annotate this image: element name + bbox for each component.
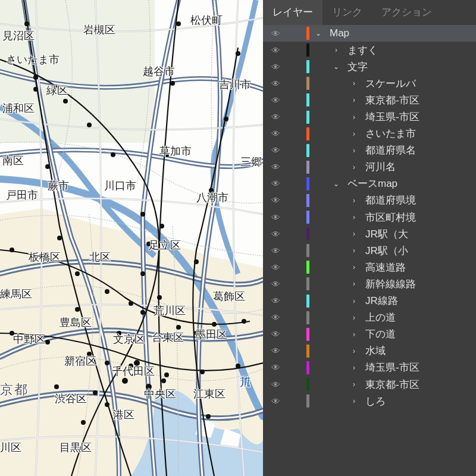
layer-row[interactable]: 👁⌄Map [263,25,476,42]
chevron-right-icon[interactable]: › [331,46,342,54]
layer-row[interactable]: 👁⌄文字 [263,58,476,75]
visibility-eye-icon[interactable]: 👁 [269,145,282,155]
visibility-eye-icon[interactable]: 👁 [269,296,282,306]
svg-point-43 [236,51,240,56]
chevron-down-icon[interactable]: ⌄ [313,29,324,37]
visibility-eye-icon[interactable]: 👁 [269,45,282,55]
layer-color-swatch [282,295,313,308]
visibility-eye-icon[interactable]: 👁 [269,346,282,356]
layer-row[interactable]: 👁›河川名 [263,159,476,176]
layer-row[interactable]: 👁›東京都-市区 [263,376,476,393]
visibility-eye-icon[interactable]: 👁 [269,62,282,72]
chevron-right-icon[interactable]: › [349,380,359,389]
layer-row[interactable]: 👁›埼玉県-市区 [263,359,476,376]
panel-tab[interactable]: レイヤー [263,0,322,25]
visibility-eye-icon[interactable]: 👁 [269,162,282,172]
layer-color-swatch [282,378,313,391]
svg-point-20 [140,310,145,315]
layer-color-swatch [282,345,313,358]
layer-row[interactable]: 👁›東京都-市区 [263,92,476,108]
chevron-right-icon[interactable]: › [349,330,359,339]
visibility-eye-icon[interactable]: 👁 [269,95,282,105]
visibility-eye-icon[interactable]: 👁 [269,79,282,89]
chevron-right-icon[interactable]: › [349,213,359,221]
layer-row[interactable]: 👁›水域 [263,343,476,359]
svg-point-21 [176,325,181,330]
layer-row[interactable]: 👁›高速道路 [263,259,476,275]
svg-point-11 [129,301,133,306]
layer-name-label: 東京都-市区 [359,93,419,107]
layer-name-label: 埼玉県-市区 [359,361,419,374]
svg-point-34 [57,236,62,240]
chevron-down-icon[interactable]: ⌄ [331,180,342,188]
svg-point-35 [75,307,80,312]
layer-row[interactable]: 👁›埼玉県-市区 [263,108,476,125]
layer-row[interactable]: 👁›市区町村境 [263,209,476,226]
chevron-right-icon[interactable]: › [349,397,359,405]
svg-point-48 [206,414,211,419]
svg-point-10 [140,271,145,276]
layer-row[interactable]: 👁›スケールバ [263,75,476,92]
chevron-right-icon[interactable]: › [349,347,359,355]
visibility-eye-icon[interactable]: 👁 [269,279,282,289]
layer-color-swatch [282,161,313,174]
svg-point-44 [224,117,228,121]
layer-row[interactable]: 👁›下の道 [263,326,476,343]
visibility-eye-icon[interactable]: 👁 [269,178,282,189]
chevron-right-icon[interactable]: › [349,163,359,171]
layer-row[interactable]: 👁›JR駅（大 [263,226,476,242]
chevron-right-icon[interactable]: › [349,146,359,155]
layer-color-swatch [282,361,313,374]
chevron-right-icon[interactable]: › [349,263,359,271]
visibility-eye-icon[interactable]: 👁 [269,362,282,372]
visibility-eye-icon[interactable]: 👁 [269,246,282,256]
layer-row[interactable]: 👁⌄ベースmap [263,176,476,192]
visibility-eye-icon[interactable]: 👁 [269,29,282,39]
layer-row[interactable]: 👁›都道府県境 [263,192,476,209]
visibility-eye-icon[interactable]: 👁 [269,129,282,139]
layer-color-swatch [282,177,313,190]
svg-point-45 [209,188,214,193]
panel-tab[interactable]: リンク [322,0,372,25]
chevron-right-icon[interactable]: › [349,246,359,255]
visibility-eye-icon[interactable]: 👁 [269,112,282,122]
chevron-right-icon[interactable]: › [349,314,359,322]
map-canvas[interactable]: さいたま市見沼区岩槻区松伏町越谷市吉川市緑区浦和区南区草加市三郷戸田市蕨市川口市… [0,0,263,476]
layer-row[interactable]: 👁›さいたま市 [263,126,476,142]
svg-point-41 [157,295,162,300]
chevron-right-icon[interactable]: › [349,297,359,305]
chevron-right-icon[interactable]: › [349,280,359,288]
chevron-right-icon[interactable]: › [349,113,359,121]
layer-row[interactable]: 👁›新幹線線路 [263,275,476,292]
visibility-eye-icon[interactable]: 👁 [269,396,282,406]
chevron-right-icon[interactable]: › [349,196,359,205]
layer-color-swatch [282,43,313,57]
svg-point-23 [242,319,246,324]
layer-row[interactable]: 👁›都道府県名 [263,142,476,159]
visibility-eye-icon[interactable]: 👁 [269,380,282,390]
chevron-right-icon[interactable]: › [349,96,359,104]
visibility-eye-icon[interactable]: 👁 [269,262,282,273]
layer-row[interactable]: 👁›上の道 [263,309,476,326]
svg-point-38 [170,81,175,86]
visibility-eye-icon[interactable]: 👁 [269,195,282,205]
layer-row[interactable]: 👁›しろ [263,393,476,409]
layer-row[interactable]: 👁›JR線路 [263,293,476,309]
svg-point-5 [87,123,92,127]
visibility-eye-icon[interactable]: 👁 [269,329,282,339]
chevron-right-icon[interactable]: › [349,130,359,138]
layer-name-label: 河川名 [359,160,396,174]
visibility-eye-icon[interactable]: 👁 [269,229,282,239]
layer-color-swatch [282,27,313,40]
chevron-right-icon[interactable]: › [349,230,359,238]
layer-row[interactable]: 👁›ますく [263,42,476,58]
chevron-right-icon[interactable]: › [349,79,359,87]
layer-list: 👁⌄Map👁›ますく👁⌄文字👁›スケールバ👁›東京都-市区👁›埼玉県-市区👁›さ… [263,25,476,409]
panel-tab[interactable]: アクション [372,0,441,25]
layer-row[interactable]: 👁›JR駅（小 [263,242,476,259]
visibility-eye-icon[interactable]: 👁 [269,212,282,223]
chevron-right-icon[interactable]: › [349,364,359,372]
layer-color-swatch [282,311,313,324]
chevron-down-icon[interactable]: ⌄ [331,62,342,71]
visibility-eye-icon[interactable]: 👁 [269,312,282,322]
